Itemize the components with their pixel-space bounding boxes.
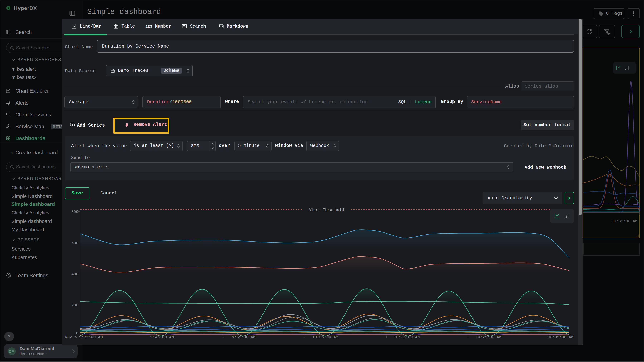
svg-text:Alert Threshold: Alert Threshold [308, 208, 344, 212]
svg-text:200: 200 [71, 303, 78, 308]
svg-text:Nov 6 9:35:00 AM: Nov 6 9:35:00 AM [65, 335, 102, 340]
svg-text:400: 400 [71, 272, 78, 277]
svg-text:9:45:00 AM: 9:45:00 AM [150, 335, 174, 340]
svg-text:800: 800 [71, 210, 78, 214]
svg-text:10:35:00 AM: 10:35:00 AM [548, 335, 573, 340]
svg-text:10:05:00 AM: 10:05:00 AM [312, 335, 338, 340]
svg-text:10:25:00 AM: 10:25:00 AM [475, 335, 501, 340]
svg-text:10:15:00 AM: 10:15:00 AM [394, 335, 420, 340]
svg-text:600: 600 [71, 241, 78, 245]
svg-text:9:55:00 AM: 9:55:00 AM [232, 335, 255, 340]
